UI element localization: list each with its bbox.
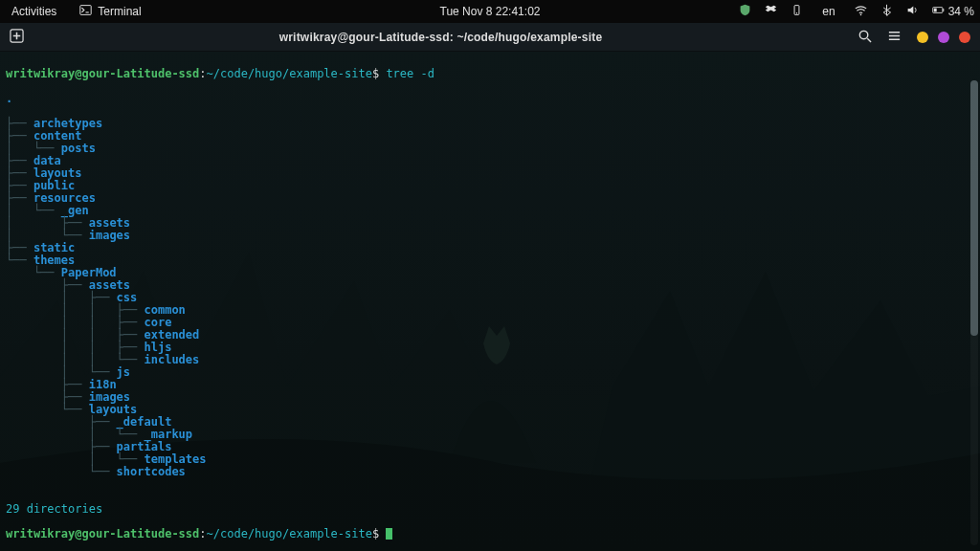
directory-name: partials [117,440,172,453]
svg-point-3 [859,14,861,16]
tree-branch-glyph: │ └── [6,452,145,466]
tree-branch-glyph: │ │ ├── [6,328,145,342]
svg-rect-5 [933,9,936,12]
tree-row: │ └── js [6,366,974,379]
tree-row: │ └── images [6,230,974,242]
directory-name: hljs [145,341,172,354]
current-app-label: Terminal [98,5,141,18]
tree-branch-glyph: ├── [6,154,33,167]
tree-row: ├── layouts [6,167,974,180]
tree-branch-glyph: │ │ ├── [6,341,145,354]
tree-row: ├── assets [6,279,974,292]
tree-row: │ ├── assets [6,217,974,230]
directory-name: resources [33,191,96,205]
directory-name: _markup [145,428,193,441]
window-minimize-button[interactable] [917,32,928,43]
tree-branch-glyph: │ └── [6,229,89,242]
directory-name: i18n [89,378,117,391]
tree-row: ├── content [6,130,974,143]
tree-row: └── PaperMod [6,267,974,279]
tree-root: . [6,92,12,105]
directory-name: shortcodes [117,465,186,478]
prompt-userhost-2: writwikray@gour-Latitude-ssd [6,527,199,540]
battery-icon [932,4,945,19]
directory-name: _default [117,415,172,429]
gnome-topbar: Activities Terminal Tue Nov 8 22:41:02 e… [0,0,980,23]
directory-name: data [33,154,61,167]
directory-name: assets [89,216,130,230]
tree-branch-glyph: ├── [6,129,33,143]
svg-point-8 [859,31,867,38]
tree-branch-glyph: │ │ ├── [6,303,145,317]
directory-name: layouts [33,166,82,180]
directory-name: includes [145,353,200,366]
directory-name: layouts [89,403,138,416]
directory-name: themes [33,253,75,267]
command-text: tree -d [386,67,434,80]
tree-row: └── themes [6,254,974,267]
tree-branch-glyph: │ └── [6,428,145,441]
activities-label: Activities [11,5,56,18]
lang-label: en [822,5,835,18]
new-tab-button[interactable] [10,29,24,46]
directory-name: _gen [61,204,89,217]
tree-row: │ │ └── includes [6,354,974,366]
tree-branch-glyph: │ │ ├── [6,316,145,329]
terminal-viewport[interactable]: writwikray@gour-Latitude-ssd:~/code/hugo… [0,52,980,551]
hamburger-menu-icon[interactable] [887,29,902,46]
tree-branch-glyph: ├── [6,117,33,130]
directory-name: public [33,179,75,192]
tree-row: ├── resources [6,192,974,205]
volume-icon[interactable] [906,4,919,19]
keyboard-layout[interactable]: en [816,3,840,20]
tree-row: │ └── _gen [6,205,974,217]
datetime-label: Tue Nov 8 22:41:02 [440,5,541,18]
directory-name: archetypes [33,117,102,130]
tree-row: │ └── posts [6,143,974,155]
tree-branch-glyph: ├── [6,378,89,391]
window-maximize-button[interactable] [938,32,949,43]
tree-branch-glyph: ├── [6,166,33,180]
tree-branch-glyph: │ │ └── [6,353,145,366]
shield-icon[interactable] [739,4,751,19]
tree-row: └── shortcodes [6,466,974,478]
tree-branch-glyph: ├── [6,179,33,192]
tree-branch-glyph: │ └── [6,365,117,379]
current-app[interactable]: Terminal [74,2,146,21]
prompt-userhost: writwikray@gour-Latitude-ssd [6,67,199,80]
prompt-cwd: ~/code/hugo/example-site [207,67,372,80]
prompt-cwd-2: ~/code/hugo/example-site [207,527,372,540]
directory-name: posts [61,142,96,155]
terminal-output: writwikray@gour-Latitude-ssd:~/code/hugo… [0,52,980,551]
tree-branch-glyph: └── [6,465,117,478]
tree-branch-glyph: │ └── [6,204,61,217]
directory-name: PaperMod [61,266,117,279]
tree-row: ├── public [6,180,974,192]
tree-branch-glyph: ├── [6,415,117,429]
battery-status[interactable]: 34 % [932,4,974,19]
directory-name: common [145,303,186,317]
tree-branch-glyph: └── [6,253,33,267]
window-title: writwikray@gour-Latitude-ssd: ~/code/hug… [24,31,858,44]
directory-name: content [33,129,82,143]
terminal-icon [79,4,92,19]
tree-branch-glyph: └── [6,403,89,416]
tree-branch-glyph: │ ├── [6,216,89,230]
tree-branch-glyph: │ ├── [6,291,117,304]
window-close-button[interactable] [959,32,970,43]
wifi-icon[interactable] [855,4,867,19]
tree-branch-glyph: ├── [6,390,89,404]
terminal-headerbar: writwikray@gour-Latitude-ssd: ~/code/hug… [0,23,980,52]
text-cursor [386,528,392,540]
directory-name: css [117,291,138,304]
tree-branch-glyph: └── [6,266,61,279]
tree-branch-glyph: ├── [6,278,89,292]
directory-name: images [89,229,130,242]
clock[interactable]: Tue Nov 8 22:41:02 [434,3,546,20]
device-icon[interactable] [791,4,803,19]
bluetooth-icon[interactable] [880,4,893,19]
directory-name: static [33,241,75,254]
search-icon[interactable] [858,29,872,46]
dropbox-icon[interactable] [765,4,777,19]
activities-button[interactable]: Activities [6,3,62,20]
